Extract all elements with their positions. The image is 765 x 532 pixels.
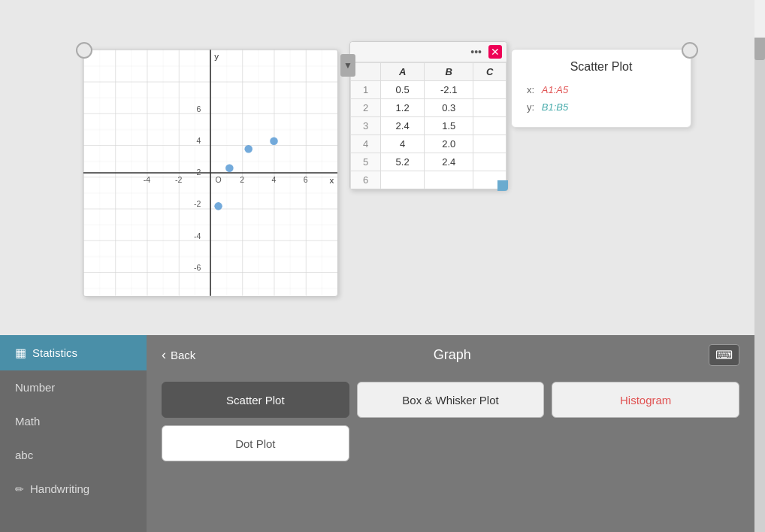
dot-plot-button[interactable]: Dot Plot [162,425,349,461]
svg-text:-2: -2 [175,175,183,184]
table-col-header-a: A [381,63,425,81]
keyboard-icon: ⌨ [715,349,733,361]
cell-a2[interactable]: 1.2 [381,99,425,117]
sidebar-item-statistics[interactable]: ▦ Statistics [0,335,147,370]
svg-text:y: y [214,51,219,61]
cell-a5[interactable]: 5.2 [381,153,425,171]
sidebar-label-number: Number [15,381,55,394]
row-num: 2 [351,99,381,117]
box-whisker-button[interactable]: Box & Whisker Plot [357,382,545,418]
handwriting-icon: ✏ [15,483,24,495]
back-arrow-icon: ‹ [162,347,166,363]
svg-text:-4: -4 [194,231,201,240]
table-row: 3 2.4 1.5 [351,117,506,135]
table-row: 5 5.2 2.4 [351,153,506,171]
table-menu-button[interactable]: ••• [468,45,484,59]
panel-title: Graph [203,347,701,363]
cell-a6[interactable] [381,171,425,189]
y-label: y: [527,101,534,113]
cell-c3[interactable] [473,117,506,135]
svg-text:6: 6 [304,175,308,184]
table-widget: ••• ✕ A B C 1 0.5 -2.1 [349,41,507,190]
sidebar: ▦ Statistics Number Math abc ✏ Handwriti… [0,335,147,532]
panel-topbar: ‹ Back Graph ⌨ [147,335,754,374]
cell-b4[interactable]: 2.0 [425,135,473,153]
row-num: 5 [351,153,381,171]
table-row: 4 4 2.0 [351,135,506,153]
svg-text:-2: -2 [194,199,201,208]
keyboard-button[interactable]: ⌨ [709,344,739,366]
cell-b5[interactable]: 2.4 [425,153,473,171]
histogram-button[interactable]: Histogram [552,382,739,418]
x-label: x: [527,84,534,95]
svg-point-19 [225,164,234,172]
cell-b3[interactable]: 1.5 [425,117,473,135]
table-row: 1 0.5 -2.1 [351,81,506,99]
table-row: 2 1.2 0.3 [351,99,506,117]
svg-text:O: O [215,175,221,184]
table-close-button[interactable]: ✕ [488,45,502,59]
scatter-info-handle[interactable] [682,42,698,59]
collapse-icon: ▼ [343,60,352,71]
scatter-xy-labels: x: A1:A5 y: B1:B5 [527,81,676,116]
cell-a4[interactable]: 4 [381,135,425,153]
svg-text:x: x [329,175,334,185]
cell-a3[interactable]: 2.4 [381,117,425,135]
svg-text:2: 2 [196,168,201,177]
cell-b6[interactable] [425,171,473,189]
table-row: 6 [351,171,506,189]
scatter-title: Scatter Plot [527,60,676,74]
coordinate-graph: x y 6 4 2 -2 -4 -6 -4 -2 O 2 4 6 [83,50,337,296]
svg-text:4: 4 [196,136,201,145]
table-col-header-b: B [425,63,473,81]
scatter-plot-button[interactable]: Scatter Plot [162,382,349,418]
cell-c2[interactable] [473,99,506,117]
back-label: Back [171,349,195,361]
row-num: 1 [351,81,381,99]
sidebar-item-math[interactable]: Math [0,404,147,438]
sidebar-label-statistics: Statistics [32,346,77,359]
close-icon: ✕ [491,46,500,58]
scatter-info-box: Scatter Plot x: A1:A5 y: B1:B5 [511,49,691,128]
sidebar-label-abc: abc [15,449,33,461]
svg-point-18 [214,202,222,210]
back-button[interactable]: ‹ Back [162,347,195,363]
svg-point-20 [244,145,252,153]
table-col-header-c: C [473,63,506,81]
table-header-bar: ••• ✕ [350,42,506,62]
svg-text:2: 2 [240,175,244,184]
svg-text:4: 4 [272,175,277,184]
svg-text:-6: -6 [194,263,201,272]
svg-text:-4: -4 [144,175,151,184]
data-table: A B C 1 0.5 -2.1 2 1.2 0.3 [350,62,506,189]
cell-c5[interactable] [473,153,506,171]
sidebar-label-handwriting: Handwriting [30,482,89,495]
panel-content: ‹ Back Graph ⌨ Scatter Plot Box & Whiske… [147,335,754,532]
bottom-panel: ▦ Statistics Number Math abc ✏ Handwriti… [0,335,754,532]
graph-widget-handle[interactable] [76,42,92,59]
row-num: 6 [351,171,381,189]
sidebar-item-handwriting[interactable]: ✏ Handwriting [0,472,147,506]
x-value: A1:A5 [542,84,568,95]
statistics-icon: ▦ [15,346,26,360]
table-resize-handle[interactable] [497,180,508,191]
cell-a1[interactable]: 0.5 [381,81,425,99]
row-num: 4 [351,135,381,153]
table-menu-icon: ••• [470,46,482,58]
row-num: 3 [351,117,381,135]
y-value: B1:B5 [542,101,568,113]
cell-b2[interactable]: 0.3 [425,99,473,117]
scrollbar[interactable] [754,0,765,532]
sidebar-label-math: Math [15,415,40,428]
svg-point-21 [270,137,278,145]
cell-c1[interactable] [473,81,506,99]
graph-widget: x y 6 4 2 -2 -4 -6 -4 -2 O 2 4 6 [83,49,338,297]
cell-c4[interactable] [473,135,506,153]
sidebar-item-number[interactable]: Number [0,370,147,404]
sidebar-item-abc[interactable]: abc [0,438,147,472]
svg-text:6: 6 [196,104,201,113]
cell-b1[interactable]: -2.1 [425,81,473,99]
graph-buttons: Scatter Plot Box & Whisker Plot Histogra… [147,374,754,469]
collapse-handle[interactable]: ▼ [340,54,355,77]
